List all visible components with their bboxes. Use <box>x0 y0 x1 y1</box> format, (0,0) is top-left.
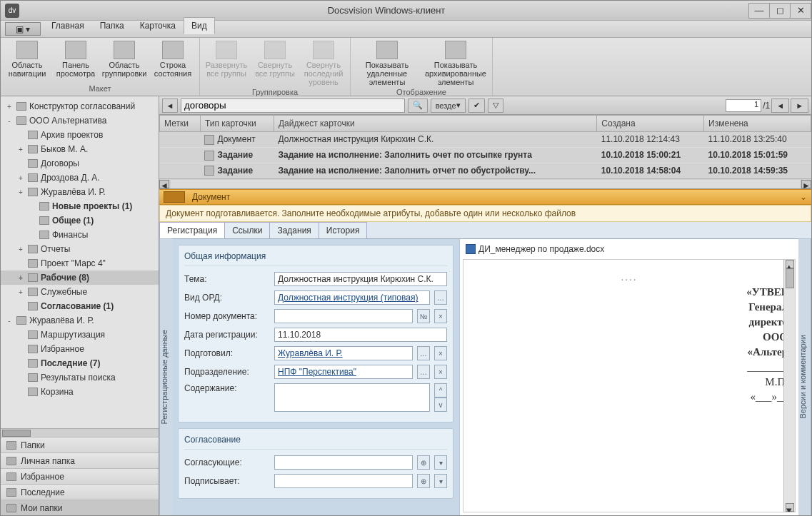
input-podrazd[interactable]: НПФ "Перспектива" <box>274 365 413 379</box>
search-scope-icon[interactable]: 🔍 <box>408 98 428 113</box>
tab-Главная[interactable]: Главная <box>44 17 92 34</box>
card-tab-Регистрация[interactable]: Регистрация <box>159 222 225 238</box>
nav-section-Папки[interactable]: Папки <box>1 437 159 452</box>
expand-icon[interactable]: + <box>16 174 25 182</box>
tab-Папка[interactable]: Папка <box>92 17 132 34</box>
podpis-dd-button[interactable]: ▾ <box>434 474 447 488</box>
card-tab-Ссылки[interactable]: Ссылки <box>224 222 270 238</box>
app-menu-button[interactable]: ▣ ▾ <box>5 22 41 36</box>
tab-Карточка[interactable]: Карточка <box>132 17 184 34</box>
input-nomer[interactable] <box>274 309 413 323</box>
expand-icon[interactable]: + <box>16 274 25 282</box>
grid-hscroll[interactable]: ◄► <box>159 178 811 188</box>
tree-hscroll[interactable] <box>1 428 159 437</box>
card-tab-Задания[interactable]: Задания <box>269 222 319 238</box>
minimize-button[interactable]: — <box>748 3 770 19</box>
tree-node[interactable]: Избранное <box>1 342 159 356</box>
filter-button[interactable]: ▽ <box>488 98 503 113</box>
ribbon-Панель-просмотра[interactable]: Панель просмотра <box>54 41 98 78</box>
expand-icon[interactable]: + <box>16 188 25 196</box>
card-menu-button[interactable] <box>164 191 185 203</box>
right-side-tab[interactable]: Версии и комментарии <box>798 239 811 515</box>
col-Метки[interactable]: Метки <box>160 116 201 132</box>
tab-Вид[interactable]: Вид <box>184 17 215 34</box>
col-Изменена[interactable]: Изменена <box>704 116 811 132</box>
nav-section-Последние[interactable]: Последние <box>1 484 159 500</box>
table-row[interactable]: ЗаданиеЗадание на исполнение: Заполнить … <box>160 147 811 163</box>
input-soderzh[interactable] <box>274 383 430 412</box>
document-preview[interactable]: .... «УТВЕРГенералдиректоООО«Альтер_____… <box>463 259 796 512</box>
sogl-dd-button[interactable]: ▾ <box>434 455 447 470</box>
table-row[interactable]: ЗаданиеЗадание на исполнение: Заполнить … <box>160 163 811 178</box>
col-Дайджест карточки[interactable]: Дайджест карточки <box>274 116 596 132</box>
tree-node[interactable]: +Отчеты <box>1 242 159 256</box>
card-collapse-icon[interactable]: ⌄ <box>800 192 807 202</box>
close-button[interactable]: ✕ <box>790 3 811 19</box>
folder-tree[interactable]: +Конструктор согласований-ООО Альтернати… <box>1 96 159 428</box>
tree-node[interactable]: Корзина <box>1 385 159 399</box>
soderzh-collapse-button[interactable]: v <box>434 398 447 412</box>
col-Тип карточки[interactable]: Тип карточки <box>200 116 274 132</box>
input-podgotovil[interactable]: Журавлёва И. Р. <box>274 346 413 360</box>
maximize-button[interactable]: ◻ <box>769 3 791 19</box>
ribbon-Область-группировки[interactable]: Область группировки <box>102 41 146 78</box>
tree-node[interactable]: Согласование (1) <box>1 299 159 313</box>
nav-back-icon[interactable]: ◄ <box>162 98 178 113</box>
nav-section-Мои папки[interactable]: Мои папки <box>1 500 159 515</box>
results-grid[interactable]: МеткиТип карточкиДайджест карточкиСоздан… <box>159 115 811 178</box>
search-scope-select[interactable]: везде ▾ <box>431 98 466 113</box>
tree-node[interactable]: Маршрутизация <box>1 328 159 342</box>
tree-node[interactable]: -ООО Альтернатива <box>1 113 159 128</box>
nav-section-Избранное[interactable]: Избранное <box>1 468 159 484</box>
expand-icon[interactable]: + <box>5 103 14 111</box>
tree-node[interactable]: +Журавлёва И. Р. <box>1 185 159 199</box>
tree-node[interactable]: Новые проекты (1) <box>1 199 159 213</box>
vid-browse-button[interactable]: … <box>434 290 447 305</box>
tree-node[interactable]: Результаты поиска <box>1 370 159 385</box>
preview-vscroll[interactable]: ▴ ▾ <box>783 260 795 512</box>
nomer-button[interactable]: № <box>417 309 430 323</box>
input-sogl[interactable] <box>274 455 413 470</box>
input-vid[interactable]: Должностная инструкция (типовая) <box>274 290 430 305</box>
tree-node[interactable]: -Журавлёва И. Р. <box>1 313 159 328</box>
card-tab-История[interactable]: История <box>319 222 368 238</box>
ribbon-Показывать-удаленные-элементы[interactable]: Показывать удаленные элементы <box>355 41 419 86</box>
tree-node[interactable]: Проект "Марс 4" <box>1 256 159 270</box>
tree-node[interactable]: +Быков М. А. <box>1 142 159 156</box>
tree-node[interactable]: Общее (1) <box>1 213 159 228</box>
nav-section-Личная папка[interactable]: Личная папка <box>1 452 159 468</box>
input-podpis[interactable] <box>274 474 413 488</box>
col-Создана[interactable]: Создана <box>597 116 704 132</box>
search-run-button[interactable]: ✔ <box>468 98 485 113</box>
podrazd-browse-button[interactable]: … <box>417 365 430 379</box>
soderzh-expand-button[interactable]: ^ <box>434 383 447 398</box>
tree-node[interactable]: +Служебные <box>1 285 159 299</box>
tree-node[interactable]: +Дроздова Д. А. <box>1 171 159 185</box>
page-next[interactable]: ► <box>791 98 808 113</box>
search-input[interactable] <box>181 98 405 113</box>
left-side-tab[interactable]: Регистрационные данные <box>159 239 172 515</box>
podpis-pick-button[interactable]: ⊕ <box>417 474 430 488</box>
ribbon-Строка-состояния[interactable]: Строка состояния <box>151 41 195 78</box>
podgotovil-browse-button[interactable]: … <box>417 346 430 360</box>
tree-node[interactable]: Договоры <box>1 156 159 171</box>
expand-icon[interactable]: - <box>5 117 14 125</box>
tree-node[interactable]: +Рабочие (8) <box>1 270 159 285</box>
expand-icon[interactable]: + <box>16 146 25 153</box>
table-row[interactable]: ДокументДолжностная инструкция Кирюхин С… <box>160 132 811 148</box>
input-date[interactable]: 11.10.2018 <box>274 328 447 342</box>
tree-node[interactable]: Финансы <box>1 228 159 242</box>
input-tema[interactable]: Должностная инструкция Кирюхин С.К. <box>274 272 447 286</box>
ribbon-Показывать-архивированные-элементы[interactable]: Показывать архивированные элементы <box>423 41 488 86</box>
expand-icon[interactable]: - <box>5 317 14 325</box>
tree-node[interactable]: Архив проектов <box>1 128 159 142</box>
expand-icon[interactable]: + <box>16 288 25 296</box>
nomer-clear-button[interactable]: × <box>434 309 447 323</box>
expand-icon[interactable]: + <box>16 246 25 253</box>
page-prev[interactable]: ◄ <box>771 98 789 113</box>
ribbon-Область-навигации[interactable]: Область навигации <box>5 41 49 78</box>
podgotovil-clear-button[interactable]: × <box>434 346 447 360</box>
sogl-pick-button[interactable]: ⊕ <box>417 455 430 470</box>
tree-node[interactable]: Последние (7) <box>1 356 159 370</box>
page-number[interactable]: 1 <box>726 99 761 112</box>
